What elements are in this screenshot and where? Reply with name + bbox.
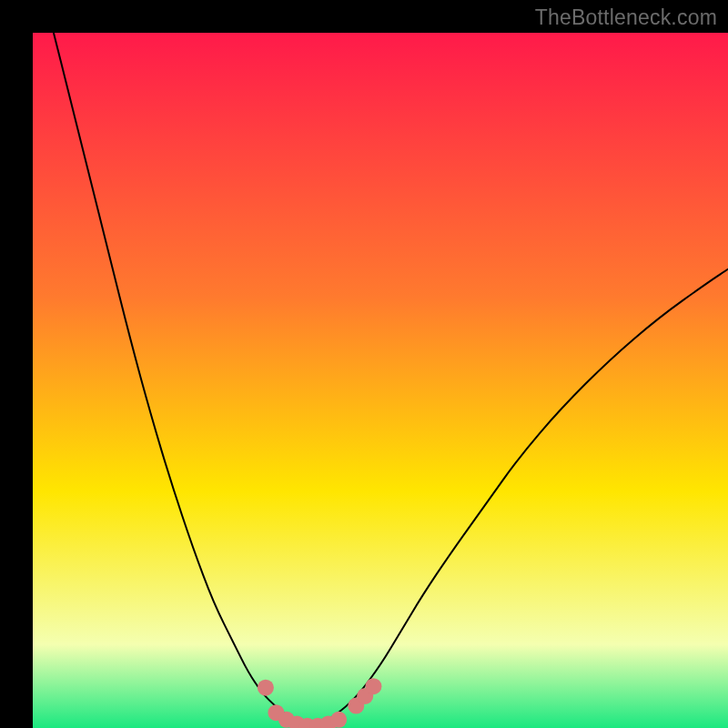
- highlight-dot: [365, 678, 381, 694]
- chart-svg: [33, 33, 728, 728]
- chart-canvas: [33, 33, 728, 728]
- highlight-dot: [330, 712, 347, 728]
- chart-background: [33, 33, 728, 728]
- highlight-dot: [258, 680, 274, 696]
- watermark-text: TheBottleneck.com: [535, 5, 717, 30]
